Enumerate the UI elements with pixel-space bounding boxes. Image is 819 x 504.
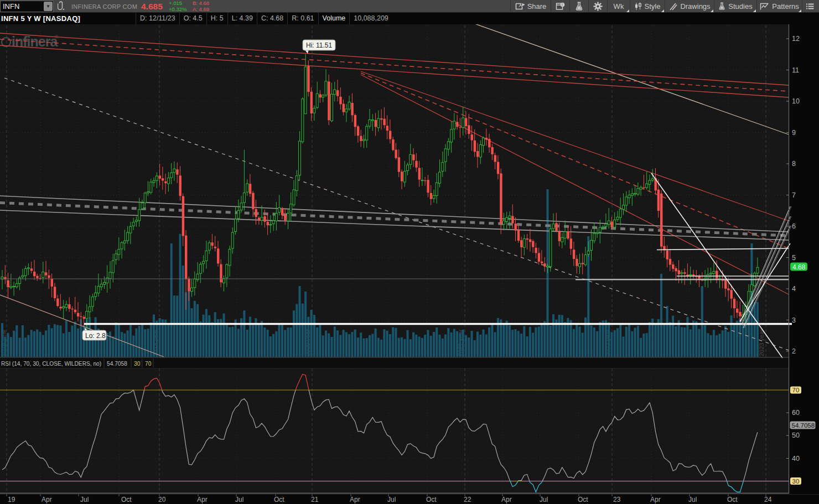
svg-text:19: 19	[8, 496, 15, 503]
svg-text:20: 20	[158, 496, 166, 503]
svg-text:40: 40	[792, 455, 800, 463]
svg-text:Oct: Oct	[578, 496, 588, 503]
svg-text:!: !	[562, 3, 563, 7]
svg-text:Oct: Oct	[426, 496, 437, 503]
svg-text:4: 4	[792, 285, 796, 293]
svg-text:Apr: Apr	[42, 496, 52, 503]
svg-text:12: 12	[792, 35, 800, 43]
svg-text:22: 22	[464, 496, 471, 503]
svg-text:Apr: Apr	[501, 496, 512, 503]
svg-text:7: 7	[792, 191, 796, 199]
svg-text:4.68: 4.68	[792, 263, 806, 271]
svg-text:2023 year: 2023 year	[758, 329, 765, 356]
svg-text:Lo: 2.8: Lo: 2.8	[85, 332, 106, 340]
svg-text:Oct: Oct	[727, 496, 738, 503]
svg-text:Jul: Jul	[235, 496, 243, 503]
svg-text:Apr: Apr	[650, 496, 661, 503]
svg-text:Jul: Jul	[540, 496, 548, 503]
svg-text:50: 50	[792, 432, 800, 439]
svg-text:Oct: Oct	[121, 496, 132, 503]
svg-text:11: 11	[792, 66, 799, 74]
svg-text:23: 23	[613, 496, 621, 503]
svg-text:54.7058: 54.7058	[792, 422, 815, 429]
svg-text:8: 8	[792, 160, 796, 168]
svg-text:70: 70	[792, 387, 800, 393]
svg-text:RSI (14, 70, 30, CLOSE, WILDER: RSI (14, 70, 30, CLOSE, WILDERS, no)	[1, 361, 101, 367]
svg-text:6: 6	[792, 222, 796, 230]
svg-text:21: 21	[311, 496, 319, 503]
svg-text:24: 24	[764, 496, 772, 503]
svg-text:Oct: Oct	[274, 496, 284, 503]
svg-text:60: 60	[792, 409, 800, 417]
svg-text:54.7058: 54.7058	[107, 361, 127, 367]
svg-text:2: 2	[792, 347, 796, 355]
svg-text:9: 9	[792, 129, 796, 137]
svg-text:Apr: Apr	[350, 496, 360, 503]
svg-text:Jul: Jul	[387, 496, 396, 503]
svg-text:30: 30	[134, 361, 141, 367]
svg-text:Hi: 11.51: Hi: 11.51	[306, 41, 332, 49]
svg-text:70: 70	[145, 361, 152, 367]
svg-text:30: 30	[792, 478, 800, 485]
svg-text:Jul: Jul	[688, 496, 697, 503]
svg-text:5: 5	[792, 254, 796, 262]
svg-text:10: 10	[792, 97, 800, 105]
svg-text:Jul: Jul	[80, 496, 89, 503]
svg-text:Apr: Apr	[197, 496, 208, 503]
svg-text:3: 3	[792, 316, 796, 324]
